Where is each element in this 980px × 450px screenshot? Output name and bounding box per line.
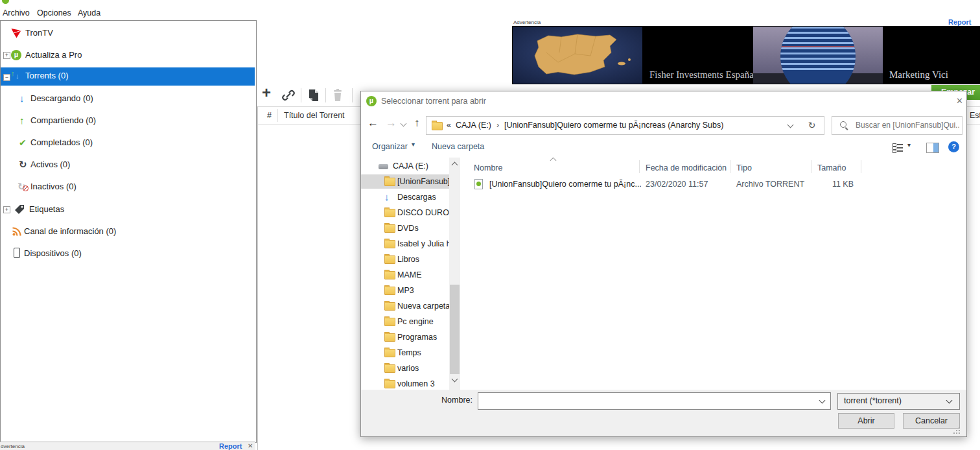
back-button[interactable]: ← [368,117,379,130]
sidebar-item-activos[interactable]: ↻ Activos (0) [1,157,255,172]
create-torrent-button[interactable] [307,88,320,102]
tree-item[interactable]: DISCO DURO N [361,206,449,220]
menu-ayuda[interactable]: Ayuda [78,8,100,18]
up-button[interactable]: ↑ [414,117,420,130]
sidebar-item-canal[interactable]: Canal de información (0) [1,224,255,239]
search-box[interactable] [832,116,962,135]
dialog-titlebar[interactable]: µ Seleccionar torrent para abrir ✕ [361,91,966,112]
tree-item[interactable]: volumen 3 [361,377,449,390]
tree-item[interactable]: varios [361,361,449,375]
organize-button[interactable]: Organizar [372,142,408,151]
view-caret-icon[interactable]: ▾ [907,141,911,148]
tree-item[interactable]: MP3 [361,283,449,298]
history-dropdown-icon[interactable] [401,121,407,127]
remove-torrent-button[interactable] [331,88,345,102]
forward-button[interactable]: → [386,117,397,130]
dialog-body: CAJA (E:) [UnionFansub] ↓ Descargas DISC… [361,158,966,390]
file-row[interactable]: [UnionFansub]Quiero comerme tu pÃ¡nc... … [460,177,966,191]
tree-item-drive[interactable]: CAJA (E:) [361,159,449,173]
open-button[interactable]: Abrir [838,413,894,429]
file-size: 11 KB [817,177,854,191]
add-torrent-button[interactable]: + [262,84,271,102]
sidebar-item-trontv[interactable]: TronTV [1,25,255,41]
tree-item[interactable]: ↓ Descargas [361,190,449,204]
column-status[interactable]: Estado [970,108,980,123]
tree-item-label: Libros [397,252,419,266]
address-bar[interactable]: « CAJA (E:) › [UnionFansub]Quiero comerm… [426,116,801,135]
sidebar-item-dispositivos[interactable]: Dispositivos (0) [1,246,255,261]
column-tamano[interactable]: Tamaño [817,161,846,175]
tree-scrollbar[interactable] [449,158,460,390]
sidebar-item-inactivos[interactable]: ↻ Inactivos (0) [1,179,255,195]
sidebar-item-descargando[interactable]: ↓ Descargando (0) [1,91,255,106]
ad-banner[interactable]: Fisher Investments España [512,26,980,84]
column-nombre[interactable]: Nombre [474,161,502,175]
tree-item[interactable]: Temps [361,346,449,360]
tree-item-label: Nueva carpeta [397,299,449,313]
tree-item-label: [UnionFansub] [397,174,449,189]
sidebar-item-completados[interactable]: ✔ Completados (0) [1,135,255,150]
tree-item[interactable]: Libros [361,252,449,266]
menu-opciones[interactable]: Opciones [37,8,71,18]
tree-item[interactable]: Programas [361,330,449,344]
ad-caption-marketing[interactable]: Marketing Vici [889,69,948,80]
filename-field[interactable] [478,392,831,410]
search-input[interactable] [854,118,961,132]
scroll-up-icon[interactable] [452,162,458,169]
sidebar-item-torrents[interactable]: − ↑ ↓ Torrents (0) [1,67,255,86]
sidebar-item-compartiendo[interactable]: ↑ Compartiendo (0) [1,113,255,128]
cancel-button[interactable]: Cancelar [903,413,960,429]
dialog-close-icon[interactable]: ✕ [956,96,963,106]
tree-item[interactable]: Pc engine [361,314,449,329]
menu-archivo[interactable]: Archivo [3,8,30,18]
column-title[interactable]: Título del Torrent [284,108,345,123]
filetype-dropdown-icon[interactable] [946,397,953,404]
tree-item[interactable]: Isabel y Julia ha [361,237,449,251]
app-window: Archivo Opciones Ayuda + [0,0,980,450]
filename-dropdown-icon[interactable] [819,397,826,404]
sidebar-item-actualiza-pro[interactable]: + µ Actualiza a Pro [1,47,255,63]
column-tipo[interactable]: Tipo [736,161,752,175]
sidebar-report-link[interactable]: Report [219,442,242,450]
scrollbar-thumb[interactable] [450,285,460,374]
column-separator[interactable] [277,109,278,122]
collapse-toggle[interactable]: − [3,74,10,81]
folder-icon [384,240,395,248]
ad-caption-fisher[interactable]: Fisher Investments España [649,69,754,80]
breadcrumb-drive[interactable]: CAJA (E:) [456,121,491,130]
folder-icon [384,271,395,279]
upload-icon: ↑ [19,113,25,128]
ad-close-icon[interactable]: ✕ [248,442,253,449]
column-fecha[interactable]: Fecha de modificación [646,161,727,175]
view-list-icon[interactable] [892,143,903,152]
sidebar-item-etiquetas[interactable]: + Etiquetas [1,202,255,217]
ad-report-link[interactable]: Report [948,18,971,26]
help-button[interactable]: ? [948,141,959,152]
new-folder-button[interactable]: Nueva carpeta [432,142,484,151]
organize-caret-icon[interactable]: ▾ [412,141,415,148]
torrents-icon: ↑ ↓ [11,69,21,80]
tree-item-label: Temps [397,346,421,360]
tree-item[interactable]: MAME [361,268,449,282]
breadcrumb-folder[interactable]: [UnionFansub]Quiero comerme tu pÃ¡ncreas… [504,121,723,130]
expand-toggle[interactable]: + [3,206,10,213]
address-dropdown-icon[interactable] [788,122,794,128]
refresh-button[interactable]: ↻ [800,116,824,135]
dialog-footer: Nombre: torrent (*torrent) Abrir Cancela… [361,390,966,436]
tree-item[interactable]: DVDs [361,221,449,235]
preview-pane-icon[interactable] [926,143,939,153]
ad-area-label: Advertencia [513,19,541,25]
folder-icon [384,302,395,311]
add-from-url-button[interactable] [281,88,296,102]
filetype-select[interactable]: torrent (*torrent) [837,393,960,410]
tree-item-label: CAJA (E:) [393,159,428,173]
scroll-down-icon[interactable] [452,376,458,383]
list-left-border [257,106,258,450]
column-number[interactable]: # [267,108,272,123]
expand-toggle[interactable]: + [3,52,10,59]
folder-icon [384,209,395,217]
tree-item[interactable]: Nueva carpeta [361,299,449,313]
tree-item-selected[interactable]: [UnionFansub] [361,174,449,189]
filename-input[interactable] [481,394,814,408]
resize-grip[interactable] [959,427,960,429]
